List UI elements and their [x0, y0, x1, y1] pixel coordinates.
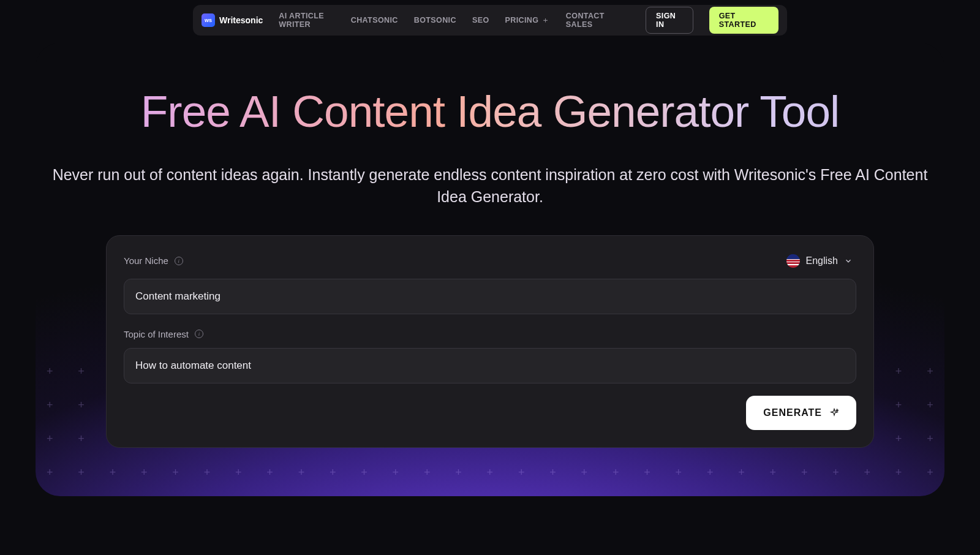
- sign-in-button[interactable]: SIGN IN: [646, 7, 693, 34]
- top-nav: ws Writesonic AI ARTICLE WRITER CHATSONI…: [193, 5, 787, 36]
- nav-ai-article-writer[interactable]: AI ARTICLE WRITER: [279, 12, 334, 29]
- nav-pricing[interactable]: PRICING ＋: [505, 15, 550, 26]
- language-name: English: [806, 255, 838, 266]
- niche-label-text: Your Niche: [124, 255, 168, 266]
- us-flag-icon: [786, 254, 800, 268]
- chevron-down-icon: [844, 257, 853, 265]
- topic-label: Topic of Interest i: [124, 329, 856, 339]
- nav-pricing-label: PRICING: [505, 16, 539, 25]
- page-title: Free AI Content Idea Generator Tool: [36, 86, 944, 137]
- get-started-button[interactable]: GET STARTED: [709, 7, 778, 34]
- info-icon[interactable]: i: [175, 257, 183, 265]
- nav-seo[interactable]: SEO: [472, 16, 489, 25]
- page-subtitle: Never run out of content ideas again. In…: [36, 164, 944, 208]
- generator-form: Your Niche i English Topic of Interest i…: [106, 235, 874, 448]
- topic-input[interactable]: [124, 348, 856, 383]
- nav-botsonic[interactable]: BOTSONIC: [414, 16, 456, 25]
- nav-chatsonic[interactable]: CHATSONIC: [351, 16, 398, 25]
- logo-mark-icon: ws: [202, 13, 215, 27]
- hero-panel: +++++++++++++++++++++++++++++ ++++++++++…: [36, 43, 944, 496]
- sparkle-icon: [829, 408, 839, 418]
- niche-label: Your Niche i: [124, 255, 183, 266]
- nav-links: AI ARTICLE WRITER CHATSONIC BOTSONIC SEO…: [279, 12, 614, 29]
- language-selector[interactable]: English: [783, 252, 856, 270]
- generate-label: GENERATE: [763, 407, 822, 418]
- topic-label-text: Topic of Interest: [124, 329, 189, 339]
- info-icon[interactable]: i: [195, 330, 203, 338]
- brand-name: Writesonic: [219, 15, 263, 25]
- logo[interactable]: ws Writesonic: [202, 13, 263, 27]
- plus-icon: ＋: [541, 15, 549, 26]
- niche-input[interactable]: [124, 279, 856, 314]
- generate-button[interactable]: GENERATE: [746, 396, 856, 430]
- nav-contact-sales[interactable]: CONTACT SALES: [566, 12, 614, 29]
